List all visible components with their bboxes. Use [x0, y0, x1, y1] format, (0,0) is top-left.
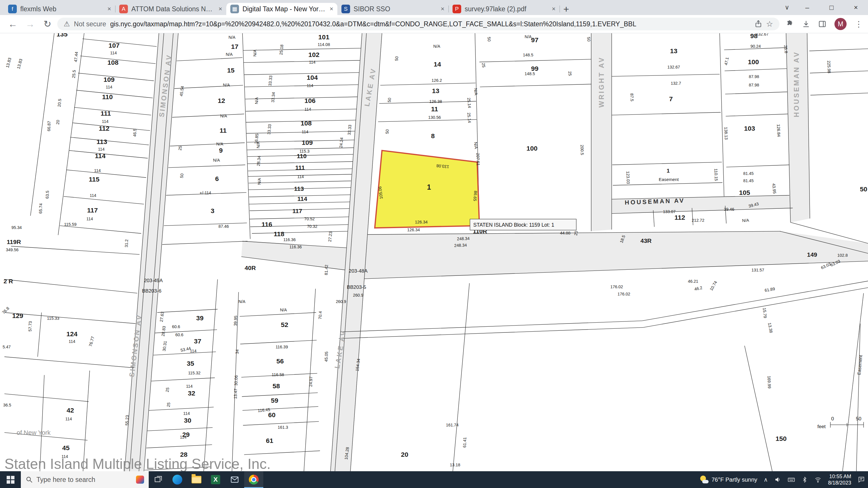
extensions-puzzle-icon[interactable]	[786, 20, 794, 28]
lot-line	[175, 85, 243, 89]
browser-tab[interactable]: Psurvey.97lake (2).pdf×	[448, 3, 560, 15]
map-label: N/A	[228, 35, 236, 40]
map-label: 43R	[640, 237, 652, 244]
tax-map-canvas[interactable]: SIMONSON AVSIMONSON AVLAKE AVLAKE AVWRIG…	[0, 33, 868, 471]
volume-icon[interactable]	[774, 476, 781, 483]
chrome-icon[interactable]	[244, 471, 263, 488]
map-label: 112	[99, 125, 110, 132]
new-tab-button[interactable]: +	[560, 3, 573, 15]
map-label: 117	[87, 206, 98, 214]
browser-tab[interactable]: AATTOM Data Solutions New York×	[115, 3, 226, 15]
action-center-icon[interactable]	[858, 476, 865, 483]
map-label: 119R	[7, 238, 21, 245]
map-label: 132.7	[671, 81, 681, 86]
lot-line	[252, 231, 348, 234]
map-tooltip-text: STATEN ISLAND Block: 1159 Lot: 1	[473, 222, 554, 228]
map-label: 114	[65, 417, 72, 421]
omnibox[interactable]: ⚠ Not secure gis.nyc.gov/taxmap/map.htm?…	[57, 18, 779, 30]
map-label: 103	[744, 125, 755, 132]
map-label: 61	[266, 437, 273, 444]
map-label: 225.98	[827, 60, 832, 73]
browser-tab[interactable]: SSIBOR SSO×	[337, 3, 448, 15]
lot-line	[204, 279, 218, 471]
map-label: WRIGHT AV	[597, 56, 605, 107]
forward-icon[interactable]: →	[23, 17, 38, 32]
map-label: 248.34	[454, 243, 467, 248]
search-highlights-icon[interactable]	[136, 476, 144, 484]
tray-chevron-up-icon[interactable]: ∧	[764, 476, 768, 483]
map-label: 87.98	[749, 83, 759, 87]
lot-line	[380, 83, 475, 85]
map-label: 70.52	[304, 217, 315, 221]
map-label: 27.23	[328, 231, 333, 242]
map-label: 25.8	[783, 45, 788, 53]
tab-close-icon[interactable]: ×	[218, 5, 222, 13]
map-label: 132.67	[668, 65, 680, 69]
map-label: 39.46	[724, 207, 734, 212]
map-label: N/A	[473, 142, 478, 149]
window-maximize-button[interactable]: □	[819, 0, 844, 15]
map-label: 15.79	[762, 307, 768, 318]
lot-line	[58, 33, 84, 235]
map-label: 116.39	[275, 345, 288, 349]
side-panel-icon[interactable]	[818, 20, 826, 28]
touch-keyboard-icon[interactable]	[787, 476, 795, 483]
tab-close-icon[interactable]: ×	[330, 5, 333, 13]
lot-line	[245, 97, 358, 99]
task-view-button[interactable]	[149, 471, 168, 488]
weather-widget[interactable]: 76°F Partly sunny	[700, 475, 757, 484]
reload-icon[interactable]: ↻	[40, 17, 55, 32]
back-icon[interactable]: ←	[5, 17, 20, 32]
map-label: 17	[231, 43, 239, 50]
map-label: 116.36	[289, 245, 302, 249]
bluetooth-icon[interactable]	[802, 476, 808, 483]
browser-tab[interactable]: fflexmls Web×	[4, 3, 115, 15]
lot-line	[168, 165, 245, 168]
weather-icon	[700, 475, 709, 484]
network-wifi-icon[interactable]	[814, 476, 822, 483]
taskbar-clock[interactable]: 10:55 AM 8/18/2023	[828, 473, 851, 486]
profile-avatar[interactable]: M	[834, 18, 846, 30]
map-label: 33.33	[268, 75, 273, 86]
map-label: 102	[308, 51, 319, 58]
map-label: 65.74	[38, 203, 43, 214]
map-label: 110	[102, 93, 113, 101]
bookmark-star-icon[interactable]: ☆	[766, 20, 773, 29]
taskbar-search[interactable]: Type here to search	[21, 471, 149, 488]
lot-line	[479, 59, 591, 62]
mail-icon[interactable]	[225, 471, 244, 488]
map-label: 47.44	[73, 52, 79, 62]
lot-line	[480, 84, 591, 87]
tab-close-icon[interactable]: ×	[441, 5, 444, 13]
map-label: Easement	[857, 354, 863, 375]
map-label: N/A	[280, 307, 287, 312]
tab-search-icon[interactable]: ∨	[779, 0, 795, 15]
map-label: 260.9	[336, 299, 346, 304]
menu-kebab-icon[interactable]: ⋮	[855, 20, 863, 29]
edge-icon[interactable]	[168, 471, 187, 488]
map-label: 3	[211, 207, 214, 215]
map-label: 47.1	[724, 57, 730, 66]
tab-close-icon[interactable]: ×	[107, 5, 111, 13]
start-button[interactable]	[0, 471, 21, 488]
map-label: 1	[427, 183, 431, 191]
download-icon[interactable]	[802, 20, 810, 28]
window-close-button[interactable]: ×	[844, 0, 868, 15]
map-label: 12	[218, 97, 225, 104]
map-label: 132.67	[756, 33, 769, 36]
share-icon[interactable]	[754, 20, 762, 28]
clock-time: 10:55 AM	[828, 473, 851, 480]
tab-close-icon[interactable]: ×	[552, 5, 556, 13]
window-minimize-button[interactable]: –	[795, 0, 819, 15]
url-text[interactable]: gis.nyc.gov/taxmap/map.htm?z=10&p=%20%20…	[110, 20, 750, 28]
map-label: 33.33	[347, 125, 352, 135]
lot-line	[244, 451, 320, 454]
file-explorer-icon[interactable]	[187, 471, 206, 488]
browser-tab[interactable]: ▦Digital Tax Map - New York City×	[226, 3, 337, 15]
map-label: 114.08	[318, 42, 330, 47]
excel-icon[interactable]: X	[206, 471, 225, 488]
tab-title: SIBOR SSO	[353, 5, 438, 13]
map-label: 81.45	[743, 178, 754, 183]
map-label: 76.8	[1, 306, 10, 315]
map-label: 131.57	[751, 268, 764, 272]
